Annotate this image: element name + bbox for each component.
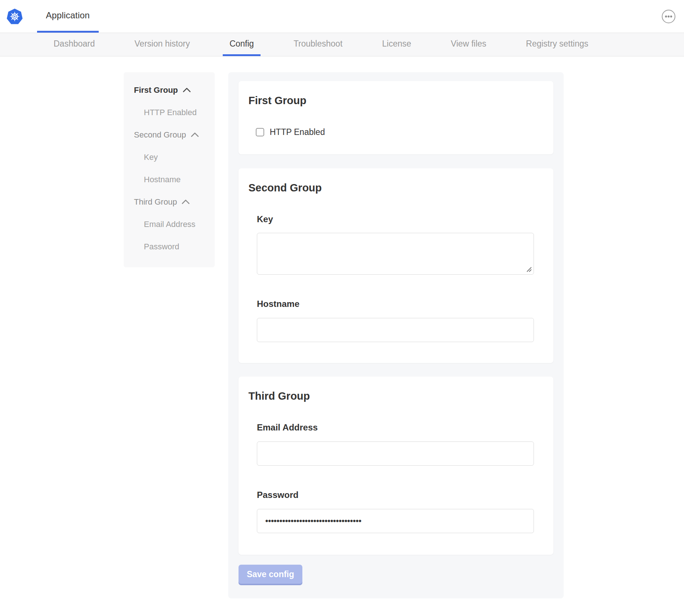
sidebar-group-label: Second Group	[134, 130, 186, 140]
kubernetes-logo	[6, 8, 23, 25]
config-form-area: First Group HTTP Enabled Second Group Ke…	[228, 72, 564, 598]
overflow-menu-button[interactable]	[661, 9, 676, 24]
chevron-up-icon	[190, 132, 199, 138]
password-input[interactable]	[257, 509, 534, 533]
http-enabled-label[interactable]: HTTP Enabled	[270, 127, 325, 137]
sidebar-item-label: Hostname	[144, 175, 181, 184]
sidebar-item-label: Password	[144, 242, 179, 252]
hostname-label: Hostname	[257, 299, 534, 309]
key-label: Key	[257, 214, 534, 224]
email-address-input[interactable]	[257, 441, 534, 466]
sidebar-item-label: Key	[144, 153, 158, 162]
group-title: Second Group	[248, 182, 543, 194]
http-enabled-field: HTTP Enabled	[256, 127, 543, 137]
key-field: Key	[257, 214, 534, 275]
app-tab-label: Application	[46, 10, 90, 21]
email-address-label: Email Address	[257, 422, 534, 433]
tab-license[interactable]: License	[375, 33, 418, 56]
tab-config[interactable]: Config	[223, 33, 260, 56]
chevron-up-icon	[181, 199, 190, 205]
config-card-third-group: Third Group Email Address Password	[239, 377, 553, 555]
sidebar-group-first-group[interactable]: First Group	[124, 79, 215, 101]
header-spacer	[99, 0, 661, 33]
ellipsis-icon	[662, 10, 676, 23]
nav-tabbar: Dashboard Version history Config Trouble…	[0, 33, 684, 56]
config-page: First Group HTTP Enabled Second Group Ke…	[0, 56, 684, 598]
app-tab-application[interactable]: Application	[37, 0, 99, 33]
tab-registry-settings[interactable]: Registry settings	[519, 33, 595, 56]
save-config-button[interactable]: Save config	[239, 565, 302, 584]
chevron-up-icon	[182, 87, 191, 93]
sidebar-item-email-address[interactable]: Email Address	[124, 213, 215, 235]
sidebar-item-label: HTTP Enabled	[144, 108, 197, 117]
config-group-sidebar: First Group HTTP Enabled Second Group Ke…	[124, 72, 215, 267]
group-title: Third Group	[248, 390, 543, 402]
hostname-input[interactable]	[257, 318, 534, 342]
sidebar-group-label: First Group	[134, 85, 178, 95]
tab-view-files[interactable]: View files	[444, 33, 493, 56]
sidebar-group-label: Third Group	[134, 197, 177, 207]
app-header: Application	[0, 0, 684, 33]
password-label: Password	[257, 490, 534, 500]
sidebar-item-label: Email Address	[144, 220, 196, 229]
tab-version-history[interactable]: Version history	[128, 33, 197, 56]
config-card-second-group: Second Group Key Hostname	[239, 168, 553, 363]
sidebar-item-password[interactable]: Password	[124, 235, 215, 258]
email-address-field: Email Address	[257, 422, 534, 466]
http-enabled-checkbox[interactable]	[256, 128, 264, 136]
sidebar-item-http-enabled[interactable]: HTTP Enabled	[124, 101, 215, 124]
tab-dashboard[interactable]: Dashboard	[47, 33, 102, 56]
group-title: First Group	[248, 94, 543, 107]
sidebar-item-key[interactable]: Key	[124, 146, 215, 168]
sidebar-item-hostname[interactable]: Hostname	[124, 168, 215, 191]
password-field: Password	[257, 490, 534, 533]
config-card-first-group: First Group HTTP Enabled	[239, 81, 553, 154]
sidebar-group-third-group[interactable]: Third Group	[124, 191, 215, 213]
key-textarea[interactable]	[257, 233, 534, 275]
sidebar-group-second-group[interactable]: Second Group	[124, 124, 215, 146]
hostname-field: Hostname	[257, 299, 534, 342]
tab-troubleshoot[interactable]: Troubleshoot	[287, 33, 349, 56]
